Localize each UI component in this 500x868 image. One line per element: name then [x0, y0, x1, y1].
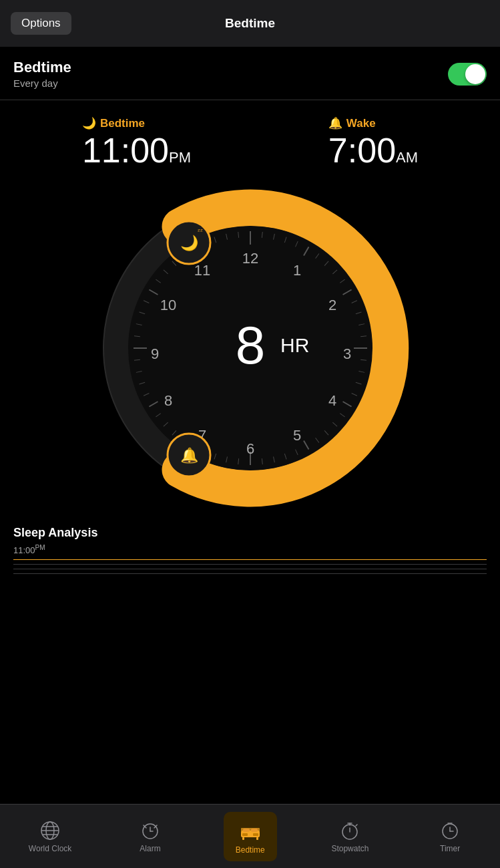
- sleep-analysis-title: Sleep Analysis: [13, 526, 487, 540]
- svg-text:12: 12: [242, 250, 258, 267]
- wake-time-label: 🔔 Wake: [328, 116, 418, 130]
- page-title: Bedtime: [225, 16, 275, 31]
- svg-text:9: 9: [150, 345, 158, 362]
- clock-container: 12 1 2 3 4 5 6 7 8 9 10 11 8 HR 🌙 ᶻᶻ: [0, 174, 500, 515]
- bedtime-handle-icon: 🌙: [180, 234, 198, 252]
- stopwatch-icon: [339, 820, 360, 841]
- timer-icon: [439, 820, 461, 841]
- clock-wrapper[interactable]: 12 1 2 3 4 5 6 7 8 9 10 11 8 HR 🌙 ᶻᶻ: [90, 188, 411, 509]
- globe-icon: [39, 820, 61, 841]
- options-button[interactable]: Options: [11, 12, 71, 35]
- svg-text:4: 4: [328, 392, 336, 409]
- svg-text:8: 8: [164, 392, 172, 409]
- sleep-bar-3: [13, 569, 487, 569]
- sleep-bar-2: [13, 564, 487, 565]
- tab-stopwatch[interactable]: Stopwatch: [323, 813, 377, 860]
- svg-rect-91: [251, 829, 258, 832]
- svg-rect-89: [256, 837, 258, 840]
- sleep-analysis-time: 11:00PM: [13, 544, 487, 555]
- svg-text:1: 1: [292, 262, 300, 279]
- center-hours: 8: [235, 315, 265, 375]
- tab-alarm-label: Alarm: [140, 844, 160, 853]
- bedtime-time-label: 🌙 Bedtime: [82, 116, 191, 130]
- bedtime-sublabel: Every day: [13, 78, 71, 89]
- bedtime-label: Bedtime: [13, 59, 71, 76]
- svg-text:5: 5: [292, 427, 300, 444]
- svg-text:6: 6: [246, 440, 254, 457]
- svg-rect-88: [242, 837, 244, 840]
- wake-time-block[interactable]: 🔔 Wake 7:00AM: [328, 116, 418, 168]
- bedtime-time-block[interactable]: 🌙 Bedtime 11:00PM: [82, 116, 191, 168]
- wake-handle-icon: 🔔: [180, 446, 198, 464]
- tab-world-clock[interactable]: World Clock: [23, 813, 77, 860]
- tab-stopwatch-label: Stopwatch: [331, 844, 368, 853]
- wake-time-value: 7:00AM: [328, 133, 418, 168]
- svg-line-96: [356, 825, 357, 826]
- tab-bedtime-label: Bedtime: [236, 845, 265, 855]
- alarm-icon: [140, 820, 161, 841]
- bedtime-toggle-row: Bedtime Every day: [0, 47, 500, 100]
- svg-text:3: 3: [342, 345, 350, 362]
- center-hr-unit: HR: [280, 334, 309, 356]
- moon-icon: 🌙: [82, 116, 96, 130]
- tab-bedtime[interactable]: Bedtime: [224, 812, 277, 861]
- tab-alarm[interactable]: Alarm: [123, 813, 177, 860]
- bedtime-toggle[interactable]: [448, 63, 487, 86]
- zzz-icon: ᶻᶻ: [198, 227, 203, 235]
- svg-text:10: 10: [160, 297, 176, 313]
- tab-timer-label: Timer: [440, 844, 460, 853]
- bedtime-info: Bedtime Every day: [13, 59, 71, 89]
- sleep-bar-1: [13, 559, 487, 560]
- header: Options Bedtime: [0, 0, 500, 47]
- bedtime-time-value: 11:00PM: [82, 133, 191, 168]
- tab-bar: World Clock Alarm Bedtime: [0, 804, 500, 868]
- sleep-bar-4: [13, 573, 487, 574]
- svg-text:11: 11: [194, 262, 210, 279]
- sleep-analysis-section: Sleep Analysis 11:00PM: [0, 515, 500, 579]
- svg-text:2: 2: [328, 297, 336, 313]
- svg-rect-87: [253, 833, 258, 836]
- svg-rect-86: [242, 833, 248, 836]
- sleep-bars: [13, 559, 487, 574]
- clock-svg: 12 1 2 3 4 5 6 7 8 9 10 11 8 HR 🌙 ᶻᶻ: [90, 188, 411, 509]
- bell-icon: 🔔: [328, 116, 342, 130]
- tab-world-clock-label: World Clock: [29, 844, 71, 853]
- tab-timer[interactable]: Timer: [423, 813, 477, 860]
- times-row: 🌙 Bedtime 11:00PM 🔔 Wake 7:00AM: [0, 100, 500, 174]
- svg-rect-90: [243, 829, 250, 832]
- toggle-knob: [465, 64, 485, 84]
- bed-icon: [238, 819, 262, 843]
